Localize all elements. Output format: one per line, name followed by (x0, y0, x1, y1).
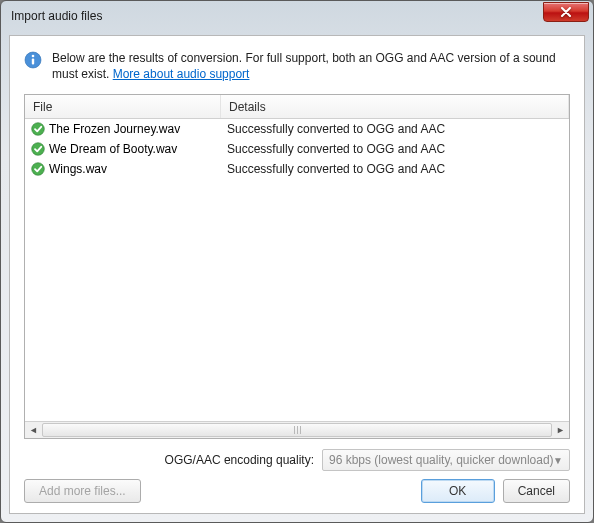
file-details: Successfully converted to OGG and AAC (221, 162, 569, 176)
svg-rect-2 (32, 58, 34, 64)
scroll-left-arrow[interactable]: ◄ (25, 423, 42, 438)
audio-support-link[interactable]: More about audio support (113, 67, 250, 81)
add-more-files-button[interactable]: Add more files... (24, 479, 141, 503)
horizontal-scrollbar[interactable]: ◄ ► (25, 421, 569, 438)
file-name: We Dream of Booty.wav (49, 142, 177, 156)
table-body: The Frozen Journey.wav Successfully conv… (25, 119, 569, 421)
window-title: Import audio files (11, 9, 102, 23)
chevron-down-icon: ▼ (553, 455, 563, 466)
file-name: Wings.wav (49, 162, 107, 176)
success-icon (31, 142, 45, 156)
encoding-quality-select[interactable]: 96 kbps (lowest quality, quicker downloa… (322, 449, 570, 471)
table-header-row: File Details (25, 95, 569, 119)
encoding-quality-label: OGG/AAC encoding quality: (165, 453, 314, 467)
info-banner: Below are the results of conversion. For… (24, 50, 570, 82)
dialog-window: Import audio files Below are the results… (0, 0, 594, 523)
results-table: File Details The Frozen Journey.wav Succ… (24, 94, 570, 439)
column-header-file[interactable]: File (25, 95, 221, 118)
close-button[interactable] (543, 2, 589, 22)
dialog-content: Below are the results of conversion. For… (9, 35, 585, 514)
scroll-right-arrow[interactable]: ► (552, 423, 569, 438)
file-details: Successfully converted to OGG and AAC (221, 122, 569, 136)
table-row[interactable]: We Dream of Booty.wav Successfully conve… (25, 139, 569, 159)
file-name: The Frozen Journey.wav (49, 122, 180, 136)
info-text: Below are the results of conversion. For… (52, 50, 570, 82)
info-icon (24, 51, 42, 69)
success-icon (31, 162, 45, 176)
svg-point-5 (32, 163, 45, 176)
scroll-thumb[interactable] (42, 423, 552, 437)
table-row[interactable]: Wings.wav Successfully converted to OGG … (25, 159, 569, 179)
close-icon (560, 7, 572, 17)
encoding-quality-row: OGG/AAC encoding quality: 96 kbps (lowes… (24, 439, 570, 479)
cancel-button[interactable]: Cancel (503, 479, 570, 503)
dialog-footer: Add more files... OK Cancel (24, 479, 570, 503)
success-icon (31, 122, 45, 136)
encoding-quality-value: 96 kbps (lowest quality, quicker downloa… (329, 453, 554, 467)
svg-point-4 (32, 143, 45, 156)
ok-button[interactable]: OK (421, 479, 495, 503)
title-bar[interactable]: Import audio files (1, 1, 593, 31)
table-row[interactable]: The Frozen Journey.wav Successfully conv… (25, 119, 569, 139)
file-details: Successfully converted to OGG and AAC (221, 142, 569, 156)
svg-point-1 (32, 55, 35, 58)
column-header-details[interactable]: Details (221, 95, 569, 118)
svg-point-3 (32, 123, 45, 136)
